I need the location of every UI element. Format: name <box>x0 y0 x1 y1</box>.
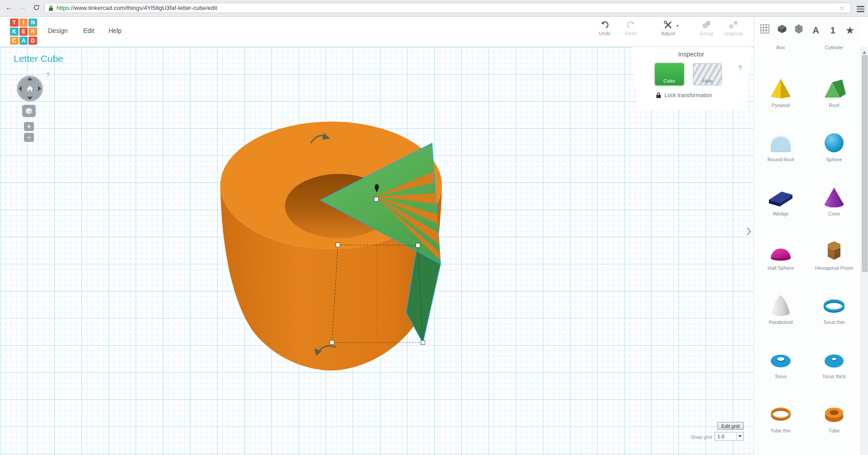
shape-label: Pyramid <box>772 103 790 108</box>
adjust-button[interactable]: ▾ Adjust <box>655 20 681 36</box>
symbols-category-icon[interactable]: ★ <box>844 24 856 37</box>
shape-row: Half Sphere Hexagonal Prism <box>754 219 861 273</box>
shape-torus[interactable]: Torus <box>754 328 807 382</box>
pyramid-icon <box>767 76 795 100</box>
edit-grid-button[interactable]: Edit grid <box>717 422 744 430</box>
scrollbar[interactable] <box>861 47 868 455</box>
undo-button[interactable]: Undo <box>592 20 618 36</box>
torus-thick-icon <box>820 347 848 371</box>
orbit-right-icon[interactable] <box>38 86 41 91</box>
selection-handle[interactable] <box>421 341 425 345</box>
group-button[interactable]: Group <box>693 20 720 36</box>
shape-library: A 1 ★ Box Cylinder Pyramid Roof <box>754 17 861 455</box>
menu-edit[interactable]: Edit <box>83 27 94 34</box>
inspector-title: Inspector <box>631 51 752 58</box>
box-category-icon[interactable] <box>776 23 788 38</box>
orbit-up-icon[interactable] <box>27 77 33 80</box>
menu-help[interactable]: Help <box>109 27 122 34</box>
shape-row: Round Roof Sphere <box>754 111 861 165</box>
letters-category-icon[interactable]: A <box>810 24 822 37</box>
bookmark-star-icon[interactable]: ☆ <box>839 4 845 12</box>
canvas-help[interactable]: ? <box>46 71 50 79</box>
url-path: ://www.tinkercad.com/things/4Yl58gU3faf-… <box>69 5 217 11</box>
logo-tile: E <box>19 28 28 36</box>
menu-design[interactable]: Design <box>48 27 68 34</box>
shape-tube[interactable]: Tube <box>807 382 861 436</box>
hole-swatch-label: Hole <box>693 78 721 84</box>
address-bar[interactable]: https://www.tinkercad.com/things/4Yl58gU… <box>44 3 851 13</box>
shape-list: Box Cylinder Pyramid Roof Round Roof <box>754 45 861 455</box>
snap-grid-value: 1.0 <box>715 434 736 439</box>
zoom-out-button[interactable]: − <box>24 133 34 142</box>
shape-wedge[interactable]: Wedge <box>754 165 807 219</box>
browser-menu-icon[interactable] <box>857 6 864 14</box>
shape-row: Tube thin Tube <box>754 382 861 436</box>
shape-sphere[interactable]: Sphere <box>807 111 861 165</box>
logo-tile: T <box>10 19 19 27</box>
orbit-down-icon[interactable] <box>27 97 33 100</box>
orbit-left-icon[interactable] <box>19 86 22 91</box>
selection-handle[interactable] <box>375 197 379 202</box>
paraboloid-icon <box>767 293 795 317</box>
logo-tile: A <box>19 37 28 45</box>
shape-partial[interactable] <box>807 436 861 455</box>
shape-cone[interactable]: Cone <box>807 165 861 219</box>
design-title: Letter Cube <box>14 53 63 64</box>
grid-category-icon[interactable] <box>759 23 771 38</box>
scrollbar-up-icon[interactable] <box>863 49 866 54</box>
sphere-icon <box>820 131 848 154</box>
shape-label: Cylinder <box>825 45 843 50</box>
roof-icon <box>820 76 848 100</box>
scrollbar-thumb[interactable] <box>862 55 868 272</box>
numbers-category-icon[interactable]: 1 <box>826 24 839 37</box>
hole-swatch[interactable]: Hole <box>693 63 722 85</box>
ungroup-button[interactable]: Ungroup <box>720 20 746 36</box>
selection-handle[interactable] <box>336 243 340 247</box>
redo-button[interactable]: Redo <box>618 20 644 36</box>
shape-cylinder[interactable]: Cylinder <box>807 45 861 56</box>
shape-label: Round Roof <box>768 157 794 162</box>
half-sphere-icon <box>767 239 795 263</box>
panel-expand-chevron[interactable] <box>746 227 752 238</box>
shape-partial[interactable] <box>754 436 807 455</box>
lock-transformation[interactable]: Lock transformation <box>656 92 712 99</box>
redo-icon <box>626 20 636 30</box>
tinkercad-app: ← → https://www.tinkercad.com/things/4Yl… <box>0 0 868 455</box>
tinkercad-logo[interactable]: T I N K E R C A D <box>10 19 37 45</box>
shape-tube-thin[interactable]: Tube thin <box>754 382 807 436</box>
shape-row: Wedge Cone <box>754 165 861 219</box>
selection-handle[interactable] <box>416 244 420 248</box>
browser-refresh-icon[interactable] <box>31 4 42 13</box>
shape-hexagonal-prism[interactable]: Hexagonal Prism <box>807 219 861 273</box>
inspector-help[interactable]: ? <box>738 64 742 71</box>
shape-pyramid[interactable]: Pyramid <box>754 56 807 111</box>
logo-tile: N <box>28 19 37 27</box>
url-text: https://www.tinkercad.com/things/4Yl58gU… <box>57 5 217 11</box>
browser-forward-icon[interactable]: → <box>17 3 28 12</box>
tube-icon <box>820 402 848 425</box>
shape-roof[interactable]: Roof <box>807 56 861 111</box>
shape-half-sphere[interactable]: Half Sphere <box>754 219 807 273</box>
home-icon <box>26 85 33 92</box>
home-view-button[interactable] <box>22 105 36 117</box>
shape-label: Wedge <box>773 211 789 216</box>
color-swatch[interactable]: Color <box>655 63 684 85</box>
selection-handle[interactable] <box>330 341 334 345</box>
group-icon <box>701 20 712 30</box>
orbit-control[interactable] <box>17 75 43 102</box>
app-header: T I N K E R C A D Design Edit Help Undo … <box>0 17 754 47</box>
shape-round-roof[interactable]: Round Roof <box>754 111 807 165</box>
shape-torus-thick[interactable]: Torus thick <box>807 328 861 382</box>
zoom-in-button[interactable]: + <box>24 122 34 131</box>
lock-label: Lock transformation <box>664 92 712 99</box>
shape-box[interactable]: Box <box>754 45 807 56</box>
polyhedron-category-icon[interactable] <box>792 23 805 38</box>
url-scheme: https <box>57 5 69 11</box>
shape-torus-thin[interactable]: Torus thin <box>807 273 861 328</box>
color-swatch-label: Color <box>655 78 683 84</box>
shape-paraboloid[interactable]: Paraboloid <box>754 273 807 328</box>
torus-icon <box>767 347 795 371</box>
browser-back-icon[interactable]: ← <box>4 3 14 12</box>
adjust-icon <box>663 20 674 30</box>
snap-grid-select[interactable]: 1.0 <box>715 432 744 441</box>
